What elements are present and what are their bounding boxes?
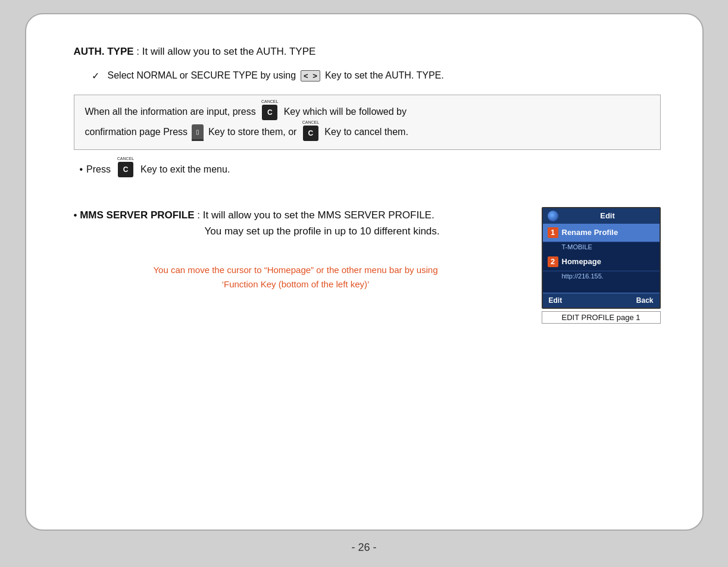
auth-type-title: AUTH. TYPE : It will allow you to set th… bbox=[74, 44, 661, 59]
checkmark-icon: ✓ bbox=[92, 70, 99, 82]
select-text-end: Key to set the AUTH. TYPE. bbox=[325, 70, 444, 81]
mms-title: • MMS SERVER PROFILE : It will allow you… bbox=[74, 207, 518, 239]
phone-screen-title: Edit bbox=[561, 211, 655, 220]
arrow-right-icon: > bbox=[313, 71, 317, 80]
arrow-left-icon: < bbox=[304, 71, 308, 80]
mms-title-bold: MMS SERVER PROFILE bbox=[80, 209, 194, 221]
phone-menu-item-2: 2 Homepage bbox=[543, 253, 660, 271]
phone-screen: Edit 1 Rename Profile T-MOBILE 2 Homepag… bbox=[542, 207, 661, 309]
page-footer: - 26 - bbox=[351, 541, 376, 554]
cancel-key-2: CANCEL C bbox=[301, 124, 320, 141]
phone-item2-number: 2 bbox=[548, 256, 558, 267]
phone-item1-number: 1 bbox=[548, 227, 558, 238]
arrow-keys-icon: < > bbox=[301, 70, 320, 82]
store-key-icon: ▯ bbox=[192, 124, 204, 141]
phone-item1-text: Rename Profile bbox=[562, 228, 618, 237]
phone-caption: EDIT PROFILE page 1 bbox=[542, 311, 661, 324]
info-box-line1: When all the information are input, pres… bbox=[85, 104, 649, 121]
phone-screen-header: Edit bbox=[543, 208, 660, 224]
mms-note-line1: You can move the cursor to “Homepage” or… bbox=[74, 263, 518, 277]
phone-screenshot: Edit 1 Rename Profile T-MOBILE 2 Homepag… bbox=[542, 207, 661, 324]
mms-bullet: • bbox=[74, 209, 77, 221]
auth-type-rest: : It will allow you to set the AUTH. TYP… bbox=[134, 46, 316, 57]
page-container: AUTH. TYPE : It will allow you to set th… bbox=[25, 13, 704, 531]
press-line: • Press CANCEL C Key to exit the menu. bbox=[80, 162, 661, 177]
mms-note-line2: ‘Function Key (bottom of the left key)’ bbox=[74, 277, 518, 292]
phone-item2-text: Homepage bbox=[562, 257, 601, 266]
info-box: When all the information are input, pres… bbox=[74, 95, 661, 150]
mms-note: You can move the cursor to “Homepage” or… bbox=[74, 263, 518, 292]
globe-icon bbox=[548, 211, 558, 221]
phone-menu-item-1: 1 Rename Profile bbox=[543, 224, 660, 242]
cancel-key-3: CANCEL C bbox=[116, 162, 135, 177]
mms-subtitle: You may set up the profile in up to 10 d… bbox=[205, 225, 440, 237]
phone-footer-back: Back bbox=[636, 296, 654, 305]
phone-item2-subtext: http://216.155. bbox=[543, 271, 660, 282]
cancel-key-1: CANCEL C bbox=[260, 104, 279, 120]
mms-title-rest: : It will allow you to set the MMS SERVE… bbox=[195, 209, 435, 221]
press-label: Press bbox=[86, 164, 111, 175]
select-text: Select NORMAL or SECURE TYPE by using bbox=[108, 70, 296, 81]
phone-item1-subtext: T-MOBILE bbox=[543, 242, 660, 253]
press-end: Key to exit the menu. bbox=[140, 164, 230, 175]
select-line: ✓ Select NORMAL or SECURE TYPE by using … bbox=[92, 70, 661, 82]
mms-text: • MMS SERVER PROFILE : It will allow you… bbox=[74, 207, 518, 292]
auth-type-bold: AUTH. TYPE bbox=[74, 46, 134, 57]
bullet-press: • bbox=[80, 164, 83, 175]
page-number: - 26 - bbox=[351, 541, 376, 553]
info-box-line2: confirmation page Press ▯ Key to store t… bbox=[85, 124, 649, 141]
auth-type-section: AUTH. TYPE : It will allow you to set th… bbox=[74, 44, 661, 195]
phone-footer-edit: Edit bbox=[549, 296, 563, 305]
phone-footer-bar: Edit Back bbox=[543, 293, 660, 308]
mms-section: • MMS SERVER PROFILE : It will allow you… bbox=[74, 207, 661, 324]
